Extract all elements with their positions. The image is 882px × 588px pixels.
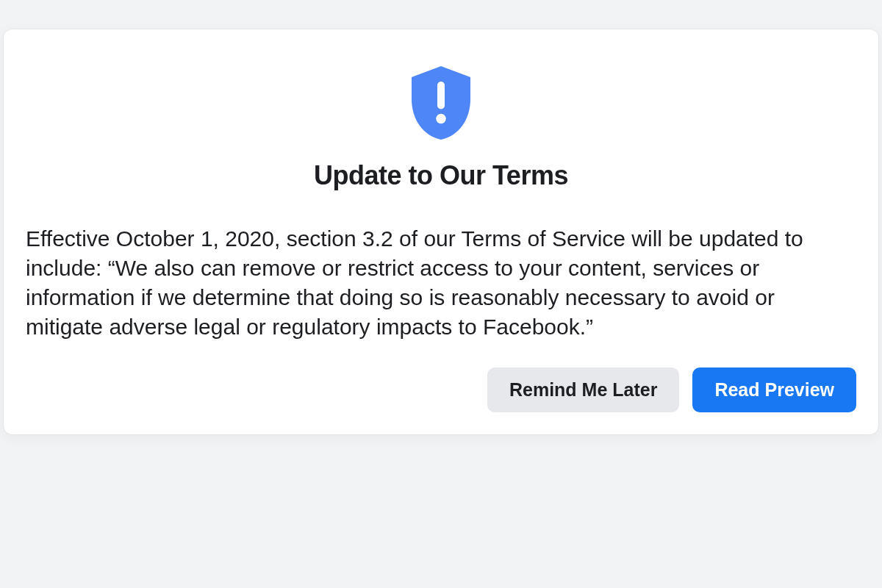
svg-rect-0 [437,82,445,110]
remind-me-later-button[interactable]: Remind Me Later [487,368,679,412]
svg-point-1 [436,114,446,124]
dialog-actions: Remind Me Later Read Preview [26,368,856,412]
read-preview-button[interactable]: Read Preview [692,368,856,412]
shield-alert-icon [397,59,485,147]
terms-update-dialog: Update to Our Terms Effective October 1,… [4,29,878,434]
dialog-title: Update to Our Terms [26,160,856,191]
dialog-icon-wrap [26,59,856,147]
dialog-body: Effective October 1, 2020, section 3.2 o… [26,224,856,342]
